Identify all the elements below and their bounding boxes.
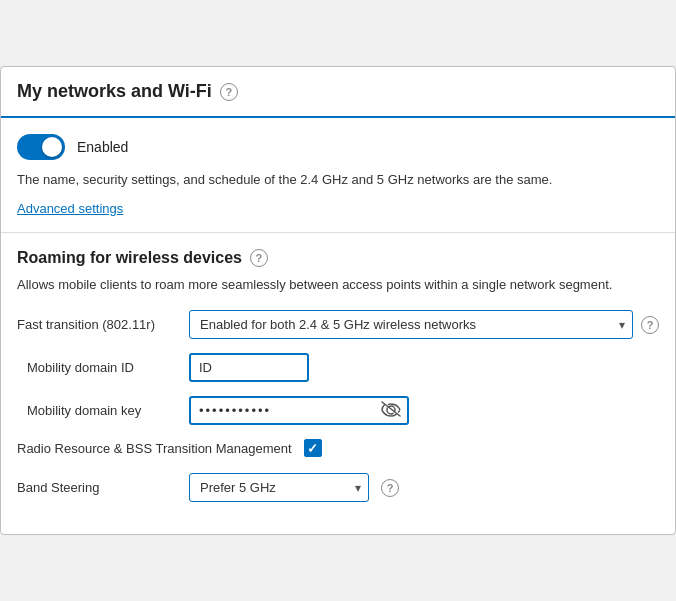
roaming-section: Roaming for wireless devices ? Allows mo… <box>17 233 659 535</box>
radio-resource-checkbox[interactable]: ✓ <box>304 439 322 457</box>
mobility-domain-id-input[interactable] <box>189 353 309 382</box>
mobility-domain-id-row: Mobility domain ID <box>17 353 659 382</box>
mobility-domain-key-row: Mobility domain key <box>17 396 659 425</box>
roaming-help-icon[interactable]: ? <box>250 249 268 267</box>
toggle-password-icon[interactable] <box>381 401 401 421</box>
advanced-settings-link[interactable]: Advanced settings <box>17 201 123 216</box>
fast-transition-select-wrapper: Disabled Enabled for both 2.4 & 5 GHz wi… <box>189 310 633 339</box>
band-steering-label: Band Steering <box>17 480 177 495</box>
band-steering-select-wrapper: Disabled Prefer 5 GHz Force 5 GHz ▾ <box>189 473 369 502</box>
info-text: The name, security settings, and schedul… <box>17 170 659 190</box>
radio-resource-row: Radio Resource & BSS Transition Manageme… <box>17 439 659 457</box>
band-steering-select[interactable]: Disabled Prefer 5 GHz Force 5 GHz <box>189 473 369 502</box>
page-title: My networks and Wi-Fi <box>17 81 212 102</box>
fast-transition-label: Fast transition (802.11r) <box>17 317 177 332</box>
mobility-domain-id-label: Mobility domain ID <box>27 360 177 375</box>
fast-transition-help-icon[interactable]: ? <box>641 316 659 334</box>
mobility-domain-key-input[interactable] <box>189 396 409 425</box>
card-body: Enabled The name, security settings, and… <box>1 118 675 534</box>
enabled-toggle[interactable] <box>17 134 65 160</box>
toggle-thumb <box>42 137 62 157</box>
fast-transition-control: Disabled Enabled for both 2.4 & 5 GHz wi… <box>189 310 659 339</box>
band-steering-help-icon[interactable]: ? <box>381 479 399 497</box>
band-steering-row: Band Steering Disabled Prefer 5 GHz Forc… <box>17 473 659 502</box>
roaming-section-desc: Allows mobile clients to roam more seaml… <box>17 275 659 295</box>
toggle-row: Enabled <box>17 134 659 160</box>
fast-transition-row: Fast transition (802.11r) Disabled Enabl… <box>17 310 659 339</box>
mobility-domain-key-wrapper <box>189 396 409 425</box>
toggle-label: Enabled <box>77 139 128 155</box>
radio-resource-label: Radio Resource & BSS Transition Manageme… <box>17 441 292 456</box>
roaming-section-title: Roaming for wireless devices <box>17 249 242 267</box>
checkbox-check-icon: ✓ <box>307 442 318 455</box>
card-header: My networks and Wi-Fi ? <box>1 67 675 118</box>
main-card: My networks and Wi-Fi ? Enabled The name… <box>0 66 676 535</box>
mobility-domain-key-label: Mobility domain key <box>27 403 177 418</box>
header-help-icon[interactable]: ? <box>220 83 238 101</box>
fast-transition-select[interactable]: Disabled Enabled for both 2.4 & 5 GHz wi… <box>189 310 633 339</box>
roaming-section-header: Roaming for wireless devices ? <box>17 249 659 267</box>
